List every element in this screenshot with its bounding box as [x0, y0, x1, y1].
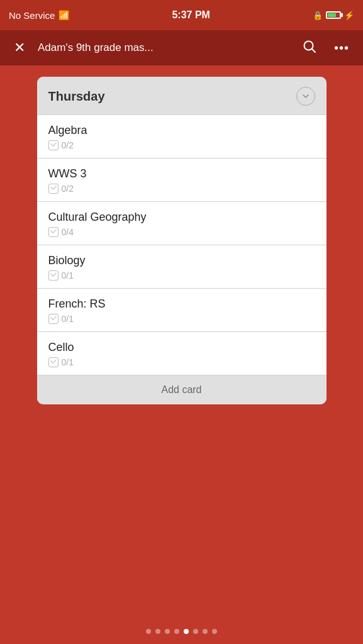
- item-title: Algebra: [48, 124, 315, 137]
- battery-icon: [326, 11, 341, 19]
- item-title: Cultural Geography: [48, 211, 315, 224]
- list-item[interactable]: WWS 3 0/2: [37, 158, 327, 202]
- nav-bar: ✕ Adam's 9th grade mas... •••: [0, 30, 363, 65]
- page-dot-8[interactable]: [212, 629, 217, 634]
- item-progress: 0/4: [62, 227, 74, 237]
- wifi-icon: 📶: [59, 10, 69, 20]
- item-meta: 0/2: [48, 140, 315, 150]
- item-progress: 0/1: [62, 314, 74, 324]
- svg-line-1: [311, 48, 315, 52]
- card-header: Thursday: [37, 77, 327, 114]
- add-card-footer[interactable]: Add card: [37, 375, 327, 404]
- list-item[interactable]: Biology 0/1: [37, 245, 327, 289]
- page-dot-3[interactable]: [165, 629, 170, 634]
- time-label: 5:37 PM: [172, 9, 209, 21]
- lock-icon: 🔒: [313, 11, 323, 20]
- search-button[interactable]: [298, 37, 321, 59]
- checkbox-icon: [48, 227, 59, 237]
- nav-title: Adam's 9th grade mas...: [38, 42, 290, 54]
- page-dot-5[interactable]: [184, 629, 189, 634]
- page-dot-6[interactable]: [193, 629, 198, 634]
- item-title: Biology: [48, 254, 315, 267]
- status-bar: No Service 📶 5:37 PM 🔒 ⚡: [0, 0, 363, 30]
- carrier-label: No Service: [9, 10, 55, 21]
- checkbox-icon: [48, 140, 59, 150]
- page-dot-4[interactable]: [174, 629, 179, 634]
- item-meta: 0/1: [48, 314, 315, 324]
- main-content: Thursday Algebra 0/2 WWS 3 0/2: [0, 65, 363, 619]
- status-left: No Service 📶: [9, 10, 69, 21]
- list-item[interactable]: French: RS 0/1: [37, 289, 327, 332]
- checkbox-icon: [48, 357, 59, 367]
- item-meta: 0/1: [48, 270, 315, 280]
- item-meta: 0/4: [48, 227, 315, 237]
- card-title: Thursday: [48, 89, 105, 104]
- more-button[interactable]: •••: [329, 38, 354, 58]
- list-item[interactable]: Cello 0/1: [37, 332, 327, 375]
- item-meta: 0/2: [48, 184, 315, 194]
- item-title: WWS 3: [48, 167, 315, 180]
- charging-icon: ⚡: [344, 11, 354, 20]
- item-progress: 0/1: [62, 270, 74, 280]
- list-item[interactable]: Cultural Geography 0/4: [37, 202, 327, 245]
- page-dot-7[interactable]: [203, 629, 208, 634]
- item-meta: 0/1: [48, 357, 315, 367]
- thursday-card: Thursday Algebra 0/2 WWS 3 0/2: [37, 77, 327, 404]
- item-progress: 0/1: [62, 357, 74, 367]
- page-dot-1[interactable]: [146, 629, 151, 634]
- card-list: Algebra 0/2 WWS 3 0/2 Cultural Geography…: [37, 114, 327, 375]
- page-dot-2[interactable]: [155, 629, 160, 634]
- item-title: French: RS: [48, 297, 315, 311]
- add-card-label: Add card: [161, 384, 201, 395]
- close-button[interactable]: ✕: [9, 38, 30, 57]
- item-progress: 0/2: [62, 184, 74, 194]
- item-title: Cello: [48, 341, 315, 354]
- checkbox-icon: [48, 184, 59, 194]
- list-item[interactable]: Algebra 0/2: [37, 114, 327, 158]
- chevron-button[interactable]: [296, 87, 315, 106]
- status-right: 🔒 ⚡: [313, 11, 354, 20]
- checkbox-icon: [48, 270, 59, 280]
- item-progress: 0/2: [62, 140, 74, 150]
- checkbox-icon: [48, 314, 59, 324]
- page-dots: [0, 619, 363, 644]
- battery-body: [326, 11, 341, 19]
- battery-fill: [328, 13, 337, 17]
